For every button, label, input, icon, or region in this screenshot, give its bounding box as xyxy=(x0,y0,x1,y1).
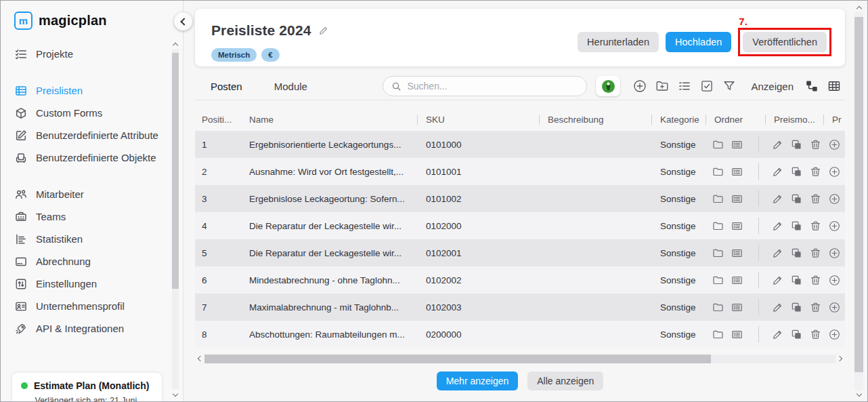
folder-icon[interactable] xyxy=(712,302,724,313)
sidebar-scrollbar[interactable] xyxy=(171,40,179,399)
chevron-right-icon[interactable] xyxy=(836,353,845,364)
table-row[interactable]: 7 Maximalabrechnung - mit Taglohnb... 01… xyxy=(195,294,845,321)
add-circle-icon[interactable] xyxy=(829,220,840,232)
column-header-ordner[interactable]: Ordner xyxy=(706,115,765,125)
sidebar-item-api-integrationen[interactable]: API & Integrationen xyxy=(1,317,183,340)
sidebar-item-mitarbeiter[interactable]: Mitarbeiter xyxy=(1,183,183,205)
sidebar-item-preislisten[interactable]: Preislisten xyxy=(1,79,183,102)
sidebar-item-statistiken[interactable]: Statistiken xyxy=(1,228,183,250)
filter-icon[interactable] xyxy=(722,79,736,93)
table-row[interactable]: 3 Ergebnislose Leckageortung: Sofern... … xyxy=(195,185,845,212)
show-all-button[interactable]: Alle anzeigen xyxy=(527,371,603,390)
delete-trash-icon[interactable] xyxy=(810,139,821,150)
column-header-name[interactable]: Name xyxy=(249,115,417,125)
column-header-sku[interactable]: SKU xyxy=(417,115,539,125)
edit-pencil-icon[interactable] xyxy=(772,193,783,205)
detail-list-icon[interactable] xyxy=(731,329,743,340)
column-header-position[interactable]: Positi... xyxy=(195,115,249,125)
edit-pencil-icon[interactable] xyxy=(772,139,783,150)
folder-icon[interactable] xyxy=(712,275,724,286)
column-header-beschreibung[interactable]: Beschreibung xyxy=(539,115,651,125)
folder-icon[interactable] xyxy=(712,166,724,178)
table-row[interactable]: 8 Abschottungen: Raumabteilungen m... 02… xyxy=(195,321,845,348)
chevron-up-icon[interactable] xyxy=(855,3,863,12)
delete-trash-icon[interactable] xyxy=(810,220,821,232)
tree-view-icon[interactable] xyxy=(805,79,819,93)
add-circle-icon[interactable] xyxy=(633,79,647,93)
edit-pencil-icon[interactable] xyxy=(772,329,783,340)
folder-icon[interactable] xyxy=(712,247,724,259)
edit-pencil-icon[interactable] xyxy=(772,166,783,178)
duplicate-icon[interactable] xyxy=(791,193,802,205)
detail-list-icon[interactable] xyxy=(731,193,743,205)
delete-trash-icon[interactable] xyxy=(810,166,821,178)
greenclick-button[interactable] xyxy=(596,76,620,96)
edit-pencil-icon[interactable] xyxy=(772,275,783,286)
sidebar-item-benutzerdefinierte-attribute[interactable]: Benutzerdefinierte Attribute xyxy=(1,124,183,146)
checkbox-icon[interactable] xyxy=(700,79,714,93)
edit-title-icon[interactable] xyxy=(318,25,329,36)
chevron-up-icon[interactable] xyxy=(171,40,179,48)
duplicate-icon[interactable] xyxy=(791,220,802,232)
duplicate-icon[interactable] xyxy=(791,139,802,150)
tab-posten[interactable]: Posten xyxy=(211,81,242,92)
column-header-preis[interactable]: Pr xyxy=(823,115,845,125)
sidebar-item-unternehmensprofil[interactable]: Unternehmensprofil xyxy=(1,295,183,317)
delete-trash-icon[interactable] xyxy=(810,193,821,205)
table-row[interactable]: 4 Die Reparatur der Leckagestelle wir...… xyxy=(195,212,845,239)
detail-list-icon[interactable] xyxy=(731,275,743,286)
upload-button[interactable]: Hochladen xyxy=(666,32,731,52)
add-circle-icon[interactable] xyxy=(829,247,840,259)
table-view-icon[interactable] xyxy=(827,79,841,93)
table-row[interactable]: 5 Die Reparatur der Leckagestelle wir...… xyxy=(195,239,845,266)
duplicate-icon[interactable] xyxy=(791,275,802,286)
folder-icon[interactable] xyxy=(712,139,724,150)
table-row[interactable]: 6 Mindestabrechnung - ohne Taglohn... 01… xyxy=(195,266,845,294)
vertical-scrollbar[interactable] xyxy=(854,2,863,400)
detail-list-icon[interactable] xyxy=(731,139,743,150)
delete-trash-icon[interactable] xyxy=(810,329,821,340)
duplicate-icon[interactable] xyxy=(791,166,802,178)
edit-pencil-icon[interactable] xyxy=(772,302,783,313)
detail-list-icon[interactable] xyxy=(731,247,743,259)
scrollbar-thumb[interactable] xyxy=(204,355,711,363)
duplicate-icon[interactable] xyxy=(791,329,802,340)
delete-trash-icon[interactable] xyxy=(810,302,821,313)
add-circle-icon[interactable] xyxy=(829,193,840,205)
download-button[interactable]: Herunterladen xyxy=(578,32,659,52)
folder-icon[interactable] xyxy=(712,193,724,205)
search-input[interactable] xyxy=(407,81,578,92)
list-icon[interactable] xyxy=(678,79,691,93)
table-row[interactable]: 2 Ausnahme: Wird vor Ort festgestellt,..… xyxy=(195,158,845,185)
detail-list-icon[interactable] xyxy=(731,166,743,178)
add-circle-icon[interactable] xyxy=(829,275,840,286)
chevron-down-icon[interactable] xyxy=(171,390,179,399)
show-more-button[interactable]: Mehr anzeigen xyxy=(437,371,519,390)
add-circle-icon[interactable] xyxy=(829,329,840,340)
folder-icon[interactable] xyxy=(712,220,724,232)
delete-trash-icon[interactable] xyxy=(810,247,821,259)
column-header-preismodell[interactable]: Preismo... xyxy=(765,115,823,125)
sidebar-item-projekte[interactable]: Projekte xyxy=(1,43,183,65)
edit-pencil-icon[interactable] xyxy=(772,247,783,259)
sidebar-item-benutzerdefinierte-objekte[interactable]: Benutzerdefinierte Objekte xyxy=(1,146,183,169)
add-circle-icon[interactable] xyxy=(829,139,840,150)
sidebar-item-custom-forms[interactable]: Custom Forms xyxy=(1,102,183,124)
scrollbar-thumb[interactable] xyxy=(172,53,179,289)
chevron-left-icon[interactable] xyxy=(195,353,204,364)
folder-icon[interactable] xyxy=(712,329,724,340)
sidebar-item-einstellungen[interactable]: Einstellungen xyxy=(1,273,183,295)
add-circle-icon[interactable] xyxy=(829,166,840,178)
sidebar-item-teams[interactable]: Teams xyxy=(1,205,183,228)
chevron-down-icon[interactable] xyxy=(855,390,863,399)
folder-add-icon[interactable] xyxy=(655,79,669,93)
duplicate-icon[interactable] xyxy=(791,247,802,259)
tab-module[interactable]: Module xyxy=(274,81,307,92)
sidebar-collapse-button[interactable] xyxy=(174,12,192,31)
table-row[interactable]: 1 Ergebnisorientierte Leckageortungs... … xyxy=(195,131,845,158)
add-circle-icon[interactable] xyxy=(829,302,840,313)
column-header-kategorie[interactable]: Kategorie xyxy=(651,115,706,125)
detail-list-icon[interactable] xyxy=(731,302,743,313)
sidebar-item-abrechnung[interactable]: Abrechnung xyxy=(1,250,183,273)
delete-trash-icon[interactable] xyxy=(810,275,821,286)
